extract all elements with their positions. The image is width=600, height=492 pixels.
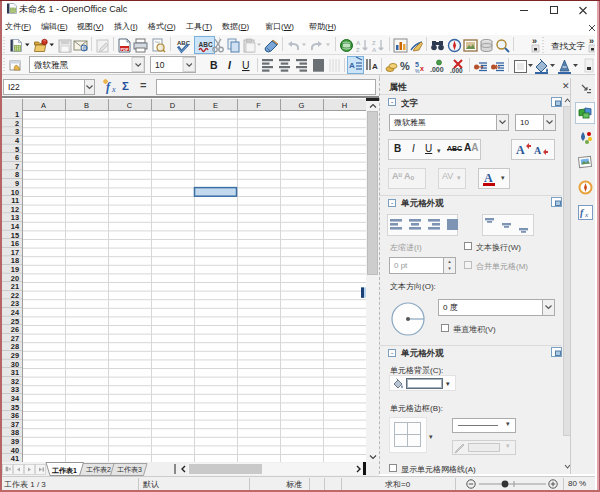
svg-text:%: % [400, 60, 410, 72]
svg-text:x: x [111, 85, 116, 94]
svg-text:.000: .000 [450, 67, 463, 74]
svg-text:ABC: ABC [199, 41, 213, 48]
svg-text:查找文字: 查找文字 [551, 41, 586, 51]
svg-text:H: H [342, 101, 347, 110]
svg-text:D: D [170, 101, 176, 110]
svg-text:Z: Z [372, 40, 376, 46]
svg-text:B: B [210, 59, 218, 71]
svg-text:A: A [372, 62, 378, 71]
svg-text:C: C [127, 101, 133, 110]
svg-text:A: A [372, 47, 377, 53]
svg-text:»: » [589, 36, 594, 46]
svg-text:»: » [532, 36, 537, 46]
svg-text:A: A [41, 101, 46, 110]
svg-text:@: @ [82, 45, 88, 51]
svg-text:工作表2: 工作表2 [86, 466, 111, 473]
svg-text:F: F [256, 101, 261, 110]
svg-text:5: 5 [415, 61, 419, 68]
svg-text:工作表3: 工作表3 [117, 466, 142, 473]
svg-text:A: A [534, 145, 542, 156]
svg-text:f: f [106, 80, 111, 94]
svg-text:x: x [420, 65, 424, 72]
svg-text:.000: .000 [430, 66, 444, 73]
svg-text:%: % [415, 68, 420, 74]
svg-text:Z: Z [356, 47, 360, 53]
svg-text:I: I [228, 59, 232, 71]
svg-text:A: A [349, 61, 355, 70]
svg-text:G: G [299, 101, 305, 110]
svg-text:工作表1: 工作表1 [51, 467, 77, 475]
svg-text:A: A [356, 40, 361, 46]
svg-text:B: B [84, 101, 89, 110]
svg-text:A: A [484, 171, 493, 185]
svg-text:ABC: ABC [177, 40, 191, 46]
svg-text:PDF: PDF [121, 47, 130, 52]
svg-text:E: E [213, 101, 218, 110]
svg-text:A: A [516, 143, 525, 157]
svg-text:微软雅黑: 微软雅黑 [34, 60, 69, 70]
svg-text:10: 10 [155, 60, 165, 70]
svg-text:U: U [242, 59, 250, 71]
